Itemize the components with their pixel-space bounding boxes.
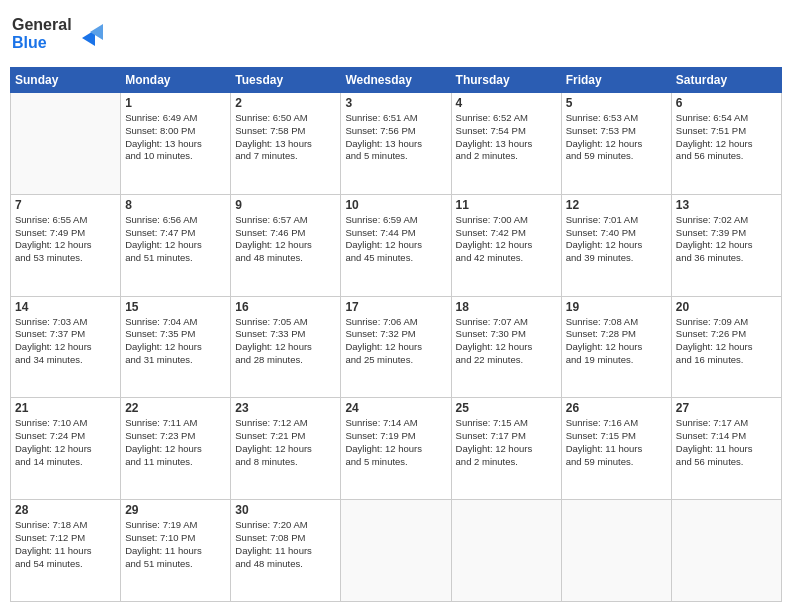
week-row-4: 28Sunrise: 7:18 AMSunset: 7:12 PMDayligh… [11,500,782,602]
svg-text:General: General [12,16,72,33]
col-friday: Friday [561,68,671,93]
cell-info: Sunrise: 7:16 AMSunset: 7:15 PMDaylight:… [566,417,667,468]
cell-info: Sunrise: 6:53 AMSunset: 7:53 PMDaylight:… [566,112,667,163]
calendar-cell-w3d3: 24Sunrise: 7:14 AMSunset: 7:19 PMDayligh… [341,398,451,500]
cell-info: Sunrise: 6:52 AMSunset: 7:54 PMDaylight:… [456,112,557,163]
cell-info: Sunrise: 7:19 AMSunset: 7:10 PMDaylight:… [125,519,226,570]
cell-info: Sunrise: 6:56 AMSunset: 7:47 PMDaylight:… [125,214,226,265]
calendar-cell-w0d6: 6Sunrise: 6:54 AMSunset: 7:51 PMDaylight… [671,93,781,195]
day-number: 11 [456,198,557,212]
col-saturday: Saturday [671,68,781,93]
cell-info: Sunrise: 6:55 AMSunset: 7:49 PMDaylight:… [15,214,116,265]
calendar-cell-w3d2: 23Sunrise: 7:12 AMSunset: 7:21 PMDayligh… [231,398,341,500]
calendar-cell-w1d4: 11Sunrise: 7:00 AMSunset: 7:42 PMDayligh… [451,194,561,296]
day-number: 10 [345,198,446,212]
cell-info: Sunrise: 7:04 AMSunset: 7:35 PMDaylight:… [125,316,226,367]
cell-info: Sunrise: 7:20 AMSunset: 7:08 PMDaylight:… [235,519,336,570]
calendar-cell-w2d4: 18Sunrise: 7:07 AMSunset: 7:30 PMDayligh… [451,296,561,398]
day-number: 27 [676,401,777,415]
day-number: 23 [235,401,336,415]
day-number: 1 [125,96,226,110]
day-number: 13 [676,198,777,212]
col-wednesday: Wednesday [341,68,451,93]
day-number: 7 [15,198,116,212]
col-thursday: Thursday [451,68,561,93]
col-tuesday: Tuesday [231,68,341,93]
calendar-cell-w0d3: 3Sunrise: 6:51 AMSunset: 7:56 PMDaylight… [341,93,451,195]
calendar-cell-w1d3: 10Sunrise: 6:59 AMSunset: 7:44 PMDayligh… [341,194,451,296]
cell-info: Sunrise: 7:00 AMSunset: 7:42 PMDaylight:… [456,214,557,265]
cell-info: Sunrise: 7:15 AMSunset: 7:17 PMDaylight:… [456,417,557,468]
cell-info: Sunrise: 6:57 AMSunset: 7:46 PMDaylight:… [235,214,336,265]
calendar-cell-w2d1: 15Sunrise: 7:04 AMSunset: 7:35 PMDayligh… [121,296,231,398]
calendar-cell-w3d0: 21Sunrise: 7:10 AMSunset: 7:24 PMDayligh… [11,398,121,500]
calendar-cell-w3d4: 25Sunrise: 7:15 AMSunset: 7:17 PMDayligh… [451,398,561,500]
calendar-cell-w2d5: 19Sunrise: 7:08 AMSunset: 7:28 PMDayligh… [561,296,671,398]
day-number: 2 [235,96,336,110]
col-monday: Monday [121,68,231,93]
calendar-cell-w4d5 [561,500,671,602]
calendar-cell-w0d5: 5Sunrise: 6:53 AMSunset: 7:53 PMDaylight… [561,93,671,195]
day-number: 30 [235,503,336,517]
cell-info: Sunrise: 6:54 AMSunset: 7:51 PMDaylight:… [676,112,777,163]
week-row-3: 21Sunrise: 7:10 AMSunset: 7:24 PMDayligh… [11,398,782,500]
calendar-cell-w0d0 [11,93,121,195]
calendar-cell-w4d4 [451,500,561,602]
cell-info: Sunrise: 7:02 AMSunset: 7:39 PMDaylight:… [676,214,777,265]
day-number: 6 [676,96,777,110]
cell-info: Sunrise: 7:11 AMSunset: 7:23 PMDaylight:… [125,417,226,468]
cell-info: Sunrise: 7:01 AMSunset: 7:40 PMDaylight:… [566,214,667,265]
page: General Blue Sunday Monday Tuesday Wedne… [0,0,792,612]
logo-text: General Blue [10,10,110,59]
cell-info: Sunrise: 7:05 AMSunset: 7:33 PMDaylight:… [235,316,336,367]
calendar-cell-w3d5: 26Sunrise: 7:16 AMSunset: 7:15 PMDayligh… [561,398,671,500]
cell-info: Sunrise: 7:06 AMSunset: 7:32 PMDaylight:… [345,316,446,367]
cell-info: Sunrise: 7:07 AMSunset: 7:30 PMDaylight:… [456,316,557,367]
cell-info: Sunrise: 7:08 AMSunset: 7:28 PMDaylight:… [566,316,667,367]
cell-info: Sunrise: 7:09 AMSunset: 7:26 PMDaylight:… [676,316,777,367]
calendar-cell-w3d1: 22Sunrise: 7:11 AMSunset: 7:23 PMDayligh… [121,398,231,500]
calendar-cell-w4d2: 30Sunrise: 7:20 AMSunset: 7:08 PMDayligh… [231,500,341,602]
cell-info: Sunrise: 6:59 AMSunset: 7:44 PMDaylight:… [345,214,446,265]
calendar-cell-w4d0: 28Sunrise: 7:18 AMSunset: 7:12 PMDayligh… [11,500,121,602]
day-number: 25 [456,401,557,415]
cell-info: Sunrise: 7:12 AMSunset: 7:21 PMDaylight:… [235,417,336,468]
calendar-header-row: Sunday Monday Tuesday Wednesday Thursday… [11,68,782,93]
day-number: 9 [235,198,336,212]
day-number: 29 [125,503,226,517]
calendar-cell-w1d2: 9Sunrise: 6:57 AMSunset: 7:46 PMDaylight… [231,194,341,296]
col-sunday: Sunday [11,68,121,93]
header: General Blue [10,10,782,59]
calendar-cell-w2d2: 16Sunrise: 7:05 AMSunset: 7:33 PMDayligh… [231,296,341,398]
week-row-2: 14Sunrise: 7:03 AMSunset: 7:37 PMDayligh… [11,296,782,398]
cell-info: Sunrise: 6:51 AMSunset: 7:56 PMDaylight:… [345,112,446,163]
day-number: 18 [456,300,557,314]
day-number: 19 [566,300,667,314]
calendar-cell-w4d3 [341,500,451,602]
day-number: 16 [235,300,336,314]
week-row-0: 1Sunrise: 6:49 AMSunset: 8:00 PMDaylight… [11,93,782,195]
calendar-cell-w2d3: 17Sunrise: 7:06 AMSunset: 7:32 PMDayligh… [341,296,451,398]
day-number: 8 [125,198,226,212]
day-number: 24 [345,401,446,415]
calendar-cell-w1d5: 12Sunrise: 7:01 AMSunset: 7:40 PMDayligh… [561,194,671,296]
cell-info: Sunrise: 7:03 AMSunset: 7:37 PMDaylight:… [15,316,116,367]
day-number: 22 [125,401,226,415]
day-number: 5 [566,96,667,110]
cell-info: Sunrise: 7:18 AMSunset: 7:12 PMDaylight:… [15,519,116,570]
day-number: 14 [15,300,116,314]
day-number: 4 [456,96,557,110]
calendar-table: Sunday Monday Tuesday Wednesday Thursday… [10,67,782,602]
cell-info: Sunrise: 7:14 AMSunset: 7:19 PMDaylight:… [345,417,446,468]
calendar-cell-w1d1: 8Sunrise: 6:56 AMSunset: 7:47 PMDaylight… [121,194,231,296]
cell-info: Sunrise: 6:50 AMSunset: 7:58 PMDaylight:… [235,112,336,163]
day-number: 3 [345,96,446,110]
day-number: 20 [676,300,777,314]
logo: General Blue [10,10,110,59]
calendar-cell-w0d4: 4Sunrise: 6:52 AMSunset: 7:54 PMDaylight… [451,93,561,195]
cell-info: Sunrise: 7:10 AMSunset: 7:24 PMDaylight:… [15,417,116,468]
calendar-cell-w1d0: 7Sunrise: 6:55 AMSunset: 7:49 PMDaylight… [11,194,121,296]
calendar-cell-w3d6: 27Sunrise: 7:17 AMSunset: 7:14 PMDayligh… [671,398,781,500]
cell-info: Sunrise: 6:49 AMSunset: 8:00 PMDaylight:… [125,112,226,163]
calendar-cell-w4d6 [671,500,781,602]
